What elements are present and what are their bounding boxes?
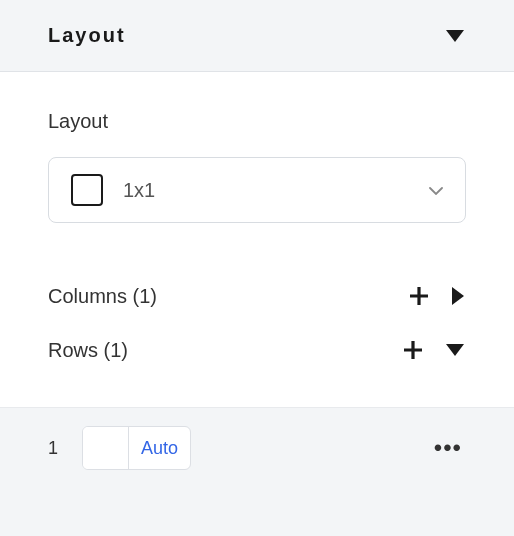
row-size-mode-selector[interactable]: Auto bbox=[129, 438, 190, 459]
columns-property-row: Columns (1) bbox=[48, 269, 466, 323]
more-horizontal-icon: ••• bbox=[434, 434, 462, 461]
row-item-left: 1 Auto bbox=[48, 426, 191, 470]
layout-preset-thumbnail-icon bbox=[71, 174, 103, 206]
columns-actions bbox=[406, 283, 466, 309]
row-size-input: Auto bbox=[82, 426, 191, 470]
rows-actions bbox=[400, 337, 466, 363]
row-more-button[interactable]: ••• bbox=[430, 430, 466, 466]
plus-icon bbox=[402, 339, 424, 361]
columns-label: Columns (1) bbox=[48, 285, 157, 308]
add-row-button[interactable] bbox=[400, 337, 426, 363]
layout-preset-value: 1x1 bbox=[123, 179, 429, 202]
chevron-down-icon bbox=[446, 344, 464, 356]
layout-section-label: Layout bbox=[48, 110, 466, 133]
rows-property-row: Rows (1) bbox=[48, 323, 466, 377]
chevron-down-icon bbox=[446, 30, 464, 42]
chevron-down-icon bbox=[429, 181, 443, 199]
chevron-right-icon bbox=[452, 287, 464, 305]
rows-label: Rows (1) bbox=[48, 339, 128, 362]
row-size-value-input[interactable] bbox=[83, 427, 129, 469]
panel-body: Layout 1x1 Columns (1) Rows (1) bbox=[0, 72, 514, 408]
plus-icon bbox=[408, 285, 430, 307]
expand-columns-button[interactable] bbox=[450, 285, 466, 307]
row-item: 1 Auto ••• bbox=[0, 408, 514, 488]
panel-collapse-button[interactable] bbox=[444, 28, 466, 44]
panel-header: Layout bbox=[0, 0, 514, 72]
panel-title: Layout bbox=[48, 24, 126, 47]
layout-preset-selector[interactable]: 1x1 bbox=[48, 157, 466, 223]
add-column-button[interactable] bbox=[406, 283, 432, 309]
row-index: 1 bbox=[48, 438, 60, 459]
collapse-rows-button[interactable] bbox=[444, 342, 466, 358]
